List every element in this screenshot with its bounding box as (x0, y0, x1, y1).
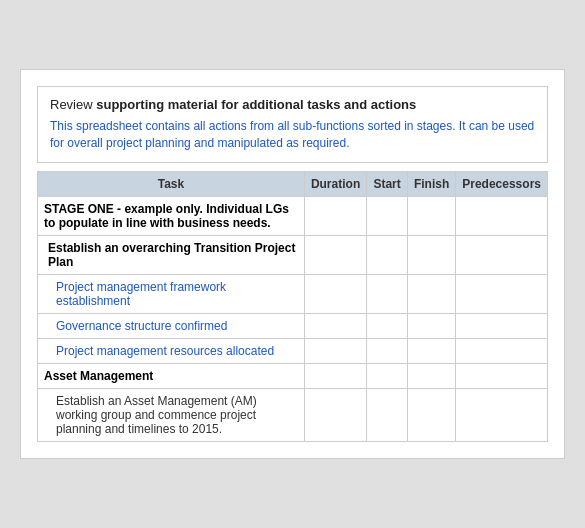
section-header-start-cell (367, 235, 408, 274)
asset-header-predecessors-cell (456, 363, 548, 388)
task3-duration-cell (304, 338, 366, 363)
stage-start-cell (367, 196, 408, 235)
task3-cell: Project management resources allocated (38, 338, 305, 363)
section-header-finish-cell (407, 235, 455, 274)
page-container: Review supporting material for additiona… (20, 69, 565, 459)
section-header-task-cell: Establish an overarching Transition Proj… (38, 235, 305, 274)
task3-predecessors-cell (456, 338, 548, 363)
task1-start-cell (367, 274, 408, 313)
review-highlight: This spreadsheet contains all actions fr… (50, 118, 535, 152)
task2-finish-cell (407, 313, 455, 338)
header-duration: Duration (304, 171, 366, 196)
table-header-row: Task Duration Start Finish Predecessors (38, 171, 548, 196)
task2-start-cell (367, 313, 408, 338)
task1-finish-cell (407, 274, 455, 313)
asset-header-start-cell (367, 363, 408, 388)
table-row: Project management resources allocated (38, 338, 548, 363)
main-table: Task Duration Start Finish Predecessors … (37, 171, 548, 442)
asset-header-task-cell: Asset Management (38, 363, 305, 388)
stage-finish-cell (407, 196, 455, 235)
review-title-normal: Review (50, 97, 96, 112)
review-title: Review supporting material for additiona… (50, 97, 535, 112)
task3-start-cell (367, 338, 408, 363)
asset-header-finish-cell (407, 363, 455, 388)
task2-cell: Governance structure confirmed (38, 313, 305, 338)
task1-cell: Project management framework establishme… (38, 274, 305, 313)
task3-finish-cell (407, 338, 455, 363)
asset-header-duration-cell (304, 363, 366, 388)
header-finish: Finish (407, 171, 455, 196)
section-header-duration-cell (304, 235, 366, 274)
table-row: Establish an overarching Transition Proj… (38, 235, 548, 274)
review-section: Review supporting material for additiona… (37, 86, 548, 163)
asset-task1-start-cell (367, 388, 408, 441)
table-row: Establish an Asset Management (AM) worki… (38, 388, 548, 441)
task2-duration-cell (304, 313, 366, 338)
review-title-bold: supporting material for additional tasks… (96, 97, 416, 112)
header-predecessors: Predecessors (456, 171, 548, 196)
task1-duration-cell (304, 274, 366, 313)
table-row: Governance structure confirmed (38, 313, 548, 338)
table-row: STAGE ONE - example only. Individual LGs… (38, 196, 548, 235)
stage-task-cell: STAGE ONE - example only. Individual LGs… (38, 196, 305, 235)
task2-predecessors-cell (456, 313, 548, 338)
task1-predecessors-cell (456, 274, 548, 313)
asset-task1-cell: Establish an Asset Management (AM) worki… (38, 388, 305, 441)
table-row: Project management framework establishme… (38, 274, 548, 313)
section-header-predecessors-cell (456, 235, 548, 274)
asset-task1-predecessors-cell (456, 388, 548, 441)
asset-task1-duration-cell (304, 388, 366, 441)
stage-duration-cell (304, 196, 366, 235)
table-row: Asset Management (38, 363, 548, 388)
header-task: Task (38, 171, 305, 196)
stage-predecessors-cell (456, 196, 548, 235)
header-start: Start (367, 171, 408, 196)
asset-task1-finish-cell (407, 388, 455, 441)
